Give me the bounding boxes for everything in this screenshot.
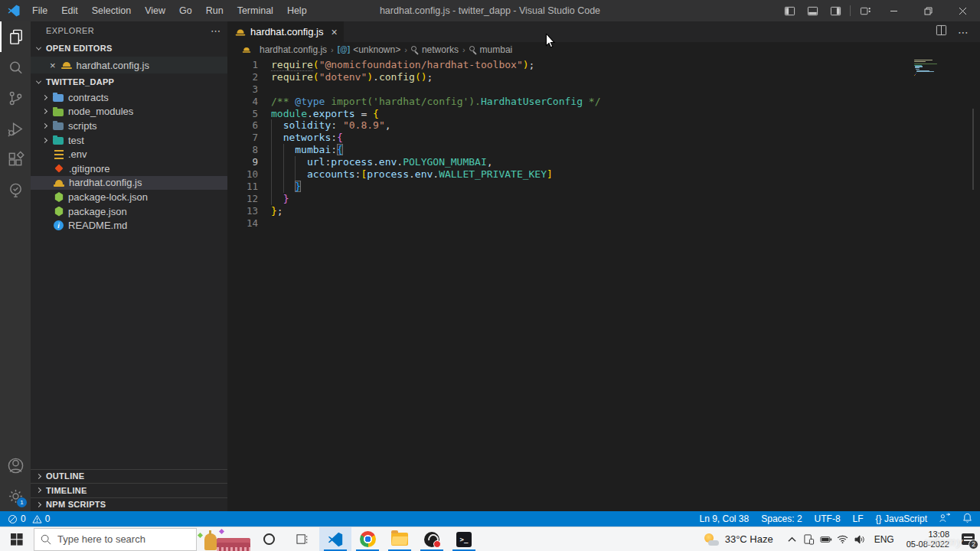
menu-view[interactable]: View (138, 0, 172, 21)
code-line-1[interactable]: 1require("@nomicfoundation/hardhat-toolb… (227, 59, 980, 71)
run-and-debug-icon[interactable] (0, 113, 31, 144)
close-window-button[interactable] (946, 0, 980, 21)
code-line-8[interactable]: 8mumbai:{ (227, 144, 980, 156)
code-line-6[interactable]: 6solidity: "0.8.9", (227, 119, 980, 132)
code-line-13[interactable]: 13}; (227, 205, 980, 217)
section-npm-scripts[interactable]: NPM SCRIPTS (31, 497, 227, 512)
encoding[interactable]: UTF-8 (815, 514, 841, 524)
project-section[interactable]: TWITTER_DAPP (31, 73, 227, 90)
line-number: 14 (227, 217, 258, 230)
clock[interactable]: 13:08 05-08-2022 (900, 530, 956, 549)
breadcrumb-item[interactable]: mumbai (469, 44, 513, 55)
language-mode[interactable]: {} JavaScript (876, 514, 927, 524)
action-center-icon[interactable]: 2 (956, 527, 980, 551)
restore-button[interactable] (911, 0, 946, 21)
toggle-sidebar-icon[interactable] (778, 0, 801, 21)
volume-icon[interactable] (851, 527, 868, 551)
open-editors-section[interactable]: OPEN EDITORS (31, 40, 227, 57)
tree-item-test[interactable]: test (31, 133, 227, 148)
tree-item-scripts[interactable]: scripts (31, 119, 227, 133)
windows-taskbar: >_ 33°C Haze ENG 13:08 05-08-2022 (0, 527, 980, 551)
battery-icon[interactable] (818, 527, 835, 551)
menu-run[interactable]: Run (199, 0, 230, 21)
tree-item-README-md[interactable]: iREADME.md (31, 218, 227, 233)
toggle-secondary-sidebar-icon[interactable] (824, 0, 847, 21)
chevron-right-icon (36, 474, 41, 479)
tree-item-label: package.json (68, 206, 127, 217)
cursor-position[interactable]: Ln 9, Col 38 (700, 514, 750, 524)
menu-go[interactable]: Go (172, 0, 199, 21)
menu-edit[interactable]: Edit (54, 0, 85, 21)
feedback-icon[interactable] (939, 513, 950, 525)
tab-close-icon[interactable]: × (331, 26, 337, 38)
weather-widget[interactable]: 33°C Haze (704, 533, 773, 546)
menu-help[interactable]: Help (280, 0, 314, 21)
tree-item-hardhat-config-js[interactable]: hardhat.config.js (31, 176, 227, 191)
customize-layout-icon[interactable] (854, 0, 877, 21)
code-line-4[interactable]: 4/** @type import('hardhat/config').Hard… (227, 96, 980, 108)
line-content: } (258, 193, 289, 205)
tree-item--gitignore[interactable]: .gitignore (31, 161, 227, 176)
tree-item-contracts[interactable]: contracts (31, 90, 227, 105)
tree-item-package-lock-json[interactable]: package-lock.json (31, 190, 227, 204)
close-editor-icon[interactable]: × (50, 60, 56, 71)
wifi-icon[interactable] (835, 527, 851, 551)
code-line-9[interactable]: 9url:process.env.POLYGON_MUMBAI, (227, 156, 980, 168)
eol-sequence[interactable]: LF (853, 514, 864, 524)
code-editor[interactable]: 1require("@nomicfoundation/hardhat-toolb… (227, 57, 980, 511)
taskbar-app-terminal[interactable]: >_ (448, 527, 480, 551)
menu-selection[interactable]: Selection (85, 0, 138, 21)
account-icon[interactable] (0, 450, 31, 481)
tree-item--env[interactable]: .env (31, 147, 227, 161)
code-line-3[interactable]: 3 (227, 83, 980, 96)
menu-file[interactable]: File (25, 0, 54, 21)
breadcrumb-item[interactable]: networks (411, 44, 459, 55)
taskbar-app-obs[interactable] (416, 527, 448, 551)
breadcrumb-item[interactable]: hardhat.config.js (241, 44, 327, 55)
tree-item-package-json[interactable]: package.json (31, 204, 227, 219)
code-line-14[interactable]: 14 (227, 217, 980, 230)
code-line-2[interactable]: 2require("dotenv").config(); (227, 71, 980, 83)
indentation[interactable]: Spaces: 2 (761, 514, 802, 524)
toggle-panel-icon[interactable] (801, 0, 824, 21)
tab-hardhat-config[interactable]: hardhat.config.js × (227, 21, 344, 42)
taskbar-search[interactable] (34, 528, 197, 551)
source-control-icon[interactable] (0, 83, 31, 113)
testing-icon[interactable] (0, 174, 31, 205)
start-button[interactable] (0, 527, 34, 551)
tree-item-label: node_modules (68, 106, 133, 117)
minimize-button[interactable] (877, 0, 911, 21)
explorer-actions-icon[interactable]: ⋯ (211, 25, 221, 37)
code-line-10[interactable]: 10accounts:[process.env.WALLET_PRIVATE_K… (227, 168, 980, 181)
show-hidden-icons-chevron[interactable] (784, 527, 801, 551)
extensions-icon[interactable] (0, 144, 31, 174)
search-highlight-art[interactable] (197, 527, 252, 551)
breadcrumb-item[interactable]: [@]<unknown> (338, 44, 400, 55)
split-editor-icon[interactable] (936, 24, 947, 39)
code-line-5[interactable]: 5module.exports = { (227, 108, 980, 120)
section-outline[interactable]: OUTLINE (31, 469, 227, 484)
taskbar-app-file-explorer[interactable] (384, 527, 416, 551)
minimap[interactable] (914, 60, 969, 78)
cortana-icon[interactable] (252, 527, 286, 551)
code-line-11[interactable]: 11} (227, 181, 980, 193)
code-line-7[interactable]: 7networks:{ (227, 132, 980, 144)
settings-gear-icon[interactable]: 1 (0, 481, 31, 511)
task-view-icon[interactable] (286, 527, 319, 551)
scrollbar[interactable] (972, 57, 980, 511)
tree-item-node-modules[interactable]: node_modules (31, 105, 227, 119)
search-input[interactable] (57, 533, 180, 545)
search-icon[interactable] (0, 52, 31, 83)
editor-more-actions-icon[interactable]: ⋯ (958, 26, 969, 38)
open-editor-item[interactable]: ×hardhat.config.js (31, 57, 227, 73)
code-line-12[interactable]: 12} (227, 193, 980, 205)
problems-indicator[interactable]: 0 0 (8, 514, 50, 524)
section-timeline[interactable]: TIMELINE (31, 483, 227, 497)
input-language[interactable]: ENG (868, 534, 900, 545)
menu-terminal[interactable]: Terminal (230, 0, 280, 21)
explorer-icon[interactable] (0, 21, 31, 52)
taskbar-app-chrome[interactable] (351, 527, 384, 551)
taskbar-app-vscode[interactable] (319, 527, 351, 551)
notifications-bell-icon[interactable] (962, 513, 972, 525)
your-phone-icon[interactable] (801, 527, 818, 551)
